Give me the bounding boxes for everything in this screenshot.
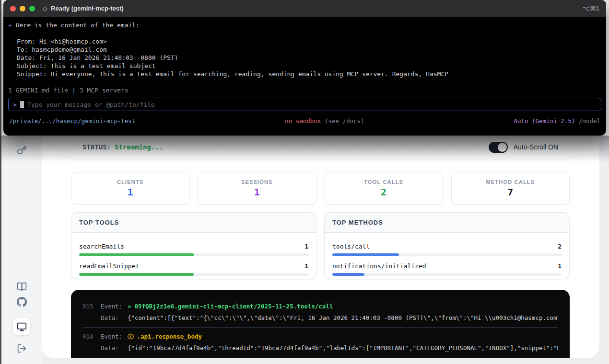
prompt-input[interactable]: > Type your message or @path/to/file	[8, 98, 601, 111]
stat-value: 7	[507, 186, 513, 198]
working-directory: /private/.../hasmcp/gemini-mcp-test	[9, 117, 135, 125]
stat-label: CLIENTS	[117, 179, 143, 185]
data-label: Data:	[101, 314, 128, 322]
tool-name: searchEmails	[79, 243, 124, 250]
email-subject: Subject: This is a test email subject	[8, 62, 601, 70]
github-icon[interactable]	[13, 293, 30, 310]
event-row: 014 Event: ⓘ.api.response_body	[82, 333, 558, 341]
stat-label: SESSIONS	[241, 179, 273, 185]
tool-name: readEmailSnippet	[79, 262, 139, 270]
prompt-caret: >	[13, 101, 17, 108]
terminal-body: ✦ Here is the content of the email: From…	[3, 17, 606, 125]
method-count: 1	[558, 262, 562, 270]
info-circle-icon: ⓘ	[128, 333, 134, 340]
minimize-window-icon[interactable]	[20, 6, 25, 11]
tool-row: readEmailSnippet 1	[79, 262, 308, 276]
status-value: Streaming...	[115, 143, 163, 151]
text-cursor	[20, 101, 24, 108]
method-bar-track	[332, 253, 562, 256]
tool-count: 1	[304, 262, 308, 270]
window-controls	[10, 6, 35, 11]
event-log: 015 Event: »05fQBj2z1e6.gemini-cli-mcp-c…	[71, 290, 570, 358]
event-seq: 014	[82, 333, 101, 341]
event-data-row: Data: {"id":"19bca77d4faf9a4b","threadId…	[82, 344, 558, 352]
stat-label: TOOL CALLS	[364, 179, 403, 185]
event-name: ⓘ.api.response_body	[128, 333, 558, 341]
stat-card-method-calls: METHOD CALLS 7	[451, 172, 570, 205]
window-title: ◇ Ready (gemini-mcp-test)	[43, 5, 124, 12]
tool-bar-track	[79, 253, 308, 256]
top-tools-title: TOP TOOLS	[71, 213, 316, 233]
data-label: Data:	[101, 344, 128, 352]
method-bar-track	[332, 273, 562, 276]
method-name: notifications/initialized	[332, 262, 426, 270]
diamond-status-icon: ◇	[43, 5, 47, 12]
event-label: Event:	[101, 333, 128, 341]
tool-bar-fill	[79, 253, 194, 256]
key-icon[interactable]	[13, 141, 30, 159]
event-row: 015 Event: »05fQBj2z1e6.gemini-cli-mcp-c…	[82, 303, 558, 310]
tool-row: searchEmails 1	[79, 243, 308, 256]
terminal-title-bar[interactable]: ◇ Ready (gemini-mcp-test) ⌥⌘1	[3, 0, 606, 17]
email-from: From: Hi <hi@hasmcp.com>	[8, 37, 601, 46]
method-row: tools/call 2	[332, 243, 562, 256]
event-data: {"id":"19bca77d4faf9a4b","threadId":"19b…	[128, 344, 558, 352]
email-to: To: hasmcpdemo@gmail.com	[8, 46, 601, 54]
event-label: Event:	[101, 303, 128, 310]
tool-bar-track	[79, 273, 308, 276]
top-methods-title: TOP METHODS	[325, 213, 569, 233]
stat-value: 2	[381, 186, 386, 198]
model-name: Auto (Gemini 2.5)	[514, 117, 575, 125]
toggle-knob	[498, 143, 507, 152]
stats-row: CLIENTS 1 SESSIONS 1 TOOL CALLS 2 METHOD…	[71, 172, 570, 205]
prompt-placeholder: Type your message or @path/to/file	[27, 101, 155, 108]
status-label: STATUS:	[82, 143, 111, 151]
tool-bar-fill	[79, 273, 194, 276]
context-summary: 1 GEMINI.md file | 3 MCP servers	[8, 86, 601, 94]
event-name: »05fQBj2z1e6.gemini-cli-mcp-client/2025-…	[128, 303, 558, 310]
status-bar: STATUS:Streaming... Auto-Scroll ON	[71, 135, 570, 159]
method-name: tools/call	[332, 243, 370, 250]
method-row: notifications/initialized 1	[332, 262, 562, 276]
tool-count: 1	[304, 243, 308, 250]
terminal-footer: /private/.../hasmcp/gemini-mcp-test no s…	[8, 117, 601, 125]
sandbox-hint: (see /docs)	[321, 117, 364, 125]
sign-out-icon[interactable]	[13, 340, 30, 357]
monitor-dashboard-icon[interactable]	[13, 318, 30, 335]
event-separator	[82, 327, 558, 328]
sandbox-status: no sandbox	[285, 117, 321, 125]
sidebar-divider	[12, 312, 31, 312]
method-count: 2	[558, 243, 562, 250]
event-seq: 015	[82, 303, 101, 310]
arrow-marker-icon: »	[128, 303, 131, 310]
close-window-icon[interactable]	[10, 6, 16, 11]
method-bar-fill	[332, 273, 364, 276]
gemini-star-icon: ✦	[8, 22, 12, 29]
stat-label: METHOD CALLS	[486, 179, 535, 185]
docs-book-icon[interactable]	[13, 278, 30, 295]
event-data-row: Data: {"content":[{"text":"{\"cc\":\"\",…	[82, 314, 558, 322]
email-snippet: Snippet: Hi everyone, This is a test ema…	[8, 70, 601, 78]
window-shortcut: ⌥⌘1	[583, 5, 599, 12]
top-methods-panel: TOP METHODS tools/call 2 notifications/i…	[324, 212, 570, 279]
terminal-window: ◇ Ready (gemini-mcp-test) ⌥⌘1 ✦ Here is …	[3, 0, 606, 136]
model-hint: /model	[575, 117, 600, 125]
stat-value: 1	[254, 186, 260, 198]
top-panels-row: TOP TOOLS searchEmails 1 readEmailSnippe…	[71, 212, 570, 279]
event-data: {"content":[{"text":"{\"cc\":\"\",\"date…	[128, 314, 558, 322]
auto-scroll-label: Auto-Scroll ON	[514, 143, 558, 151]
top-tools-panel: TOP TOOLS searchEmails 1 readEmailSnippe…	[71, 212, 316, 279]
stat-value: 1	[128, 186, 133, 198]
stat-card-tool-calls: TOOL CALLS 2	[325, 172, 443, 205]
auto-scroll-toggle[interactable]	[489, 142, 508, 153]
email-date: Date: Fri, 16 Jan 2026 21:40:03 -0800 (P…	[8, 54, 601, 62]
zoom-window-icon[interactable]	[29, 6, 35, 11]
response-intro: Here is the content of the email:	[16, 22, 140, 29]
stat-card-sessions: SESSIONS 1	[198, 172, 316, 205]
method-bar-fill	[332, 253, 399, 256]
stat-card-clients: CLIENTS 1	[71, 172, 189, 205]
